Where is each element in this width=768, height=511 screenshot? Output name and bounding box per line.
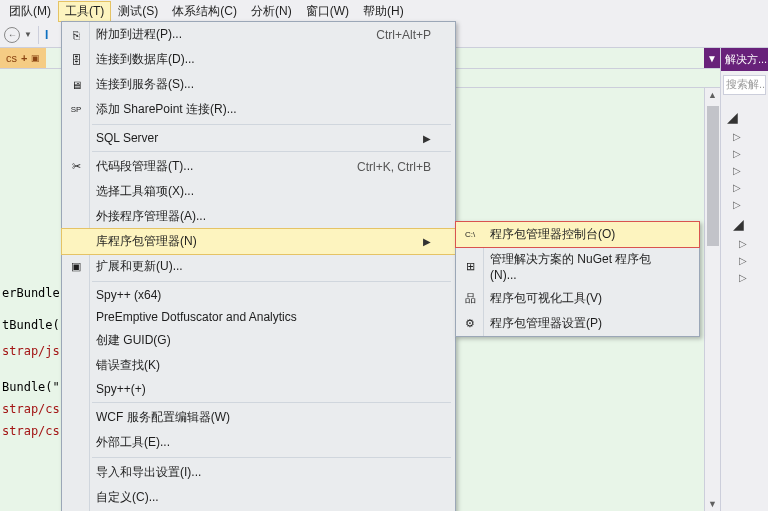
menu-item-label: 库程序包管理器(N) (96, 233, 197, 250)
tools-item-19[interactable]: WCF 服务配置编辑器(W) (62, 405, 455, 430)
menu-item-label: WCF 服务配置编辑器(W) (96, 409, 230, 426)
snip-icon: ✂ (68, 159, 84, 175)
menu-separator (92, 281, 451, 282)
tools-item-7[interactable]: ✂代码段管理器(T)...Ctrl+K, Ctrl+B (62, 154, 455, 179)
tree-expand-icon[interactable]: ▷ (739, 255, 766, 266)
menu-item-label: 添加 SharePoint 连接(R)... (96, 101, 237, 118)
document-tab[interactable]: cs + ▣ (0, 48, 46, 68)
menu-item-label: 自定义(C)... (96, 489, 159, 506)
menu-separator (92, 402, 451, 403)
tools-item-1[interactable]: 🗄连接到数据库(D)... (62, 47, 455, 72)
menu-item-label: 扩展和更新(U)... (96, 258, 183, 275)
tools-item-9[interactable]: 外接程序管理器(A)... (62, 204, 455, 229)
tools-item-13[interactable]: Spy++ (x64) (62, 284, 455, 306)
submenu-arrow-icon: ▶ (423, 133, 431, 144)
menu-item-label: 创建 GUID(G) (96, 332, 171, 349)
tools-item-16[interactable]: 错误查找(K) (62, 353, 455, 378)
tree-expand-icon[interactable]: ▷ (733, 131, 766, 142)
menu-item-label: 连接到服务器(S)... (96, 76, 194, 93)
menu-item-label: 错误查找(K) (96, 357, 160, 374)
tools-item-8[interactable]: 选择工具箱项(X)... (62, 179, 455, 204)
ext-icon: ▣ (68, 259, 84, 275)
menu-help[interactable]: 帮助(H) (356, 1, 411, 22)
menu-team[interactable]: 团队(M) (2, 1, 58, 22)
code-line: erBundle( (2, 286, 67, 300)
solution-search-input[interactable]: 搜索解... (723, 75, 766, 95)
tools-item-20[interactable]: 外部工具(E)... (62, 430, 455, 455)
menu-item-label: SQL Server (96, 131, 158, 145)
menubar: 团队(M) 工具(T) 测试(S) 体系结构(C) 分析(N) 窗口(W) 帮助… (0, 0, 768, 22)
menu-item-label: 导入和导出设置(I)... (96, 464, 201, 481)
tabwell-dropdown[interactable]: ▼ (704, 48, 720, 68)
sub-item-0[interactable]: C:\程序包管理器控制台(O) (456, 222, 699, 247)
document-tab-label: cs (6, 52, 17, 64)
pin-icon[interactable]: ▣ (31, 53, 40, 63)
solution-explorer-title: 解决方... (721, 48, 768, 71)
sub-item-1[interactable]: ⊞管理解决方案的 NuGet 程序包(N)... (456, 247, 699, 286)
tools-item-5[interactable]: SQL Server▶ (62, 127, 455, 149)
tools-menu: ⎘附加到进程(P)...Ctrl+Alt+P🗄连接到数据库(D)...🖥连接到服… (61, 21, 456, 511)
tree-expand-icon[interactable]: ▷ (733, 165, 766, 176)
solution-tree[interactable]: ◢ ▷ ▷ ▷ ▷ ▷ ◢ ▷ ▷ ▷ (721, 99, 768, 293)
db-icon: 🗄 (68, 52, 84, 68)
gear-icon: ⚙ (462, 316, 478, 332)
scroll-up-icon[interactable]: ▲ (708, 90, 717, 100)
plug-icon: ⎘ (68, 27, 84, 43)
menu-item-label: 程序包可视化工具(V) (490, 290, 602, 307)
tree-expand-icon[interactable]: ▷ (733, 182, 766, 193)
sp-icon: SP (68, 102, 84, 118)
menu-separator (92, 124, 451, 125)
menu-item-label: Spy++ (x64) (96, 288, 161, 302)
sub-item-3[interactable]: ⚙程序包管理器设置(P) (456, 311, 699, 336)
menu-item-label: 外接程序管理器(A)... (96, 208, 206, 225)
submenu-arrow-icon: ▶ (423, 236, 431, 247)
nuget-submenu: C:\程序包管理器控制台(O)⊞管理解决方案的 NuGet 程序包(N)...品… (455, 221, 700, 337)
code-line: tBundle( (2, 318, 60, 332)
menu-item-label: 连接到数据库(D)... (96, 51, 195, 68)
code-line: Bundle(" (2, 380, 60, 394)
code-line: strap/js (2, 344, 60, 358)
menu-item-label: 程序包管理器控制台(O) (490, 226, 615, 243)
tree-expand-icon[interactable]: ▷ (739, 272, 766, 283)
tools-item-11[interactable]: ▣扩展和更新(U)... (62, 254, 455, 279)
editor-scrollbar[interactable]: ▲ ▼ (704, 88, 720, 511)
menu-item-label: Spy++(+) (96, 382, 146, 396)
tools-item-0[interactable]: ⎘附加到进程(P)...Ctrl+Alt+P (62, 22, 455, 47)
solution-explorer: 解决方... 搜索解... ◢ ▷ ▷ ▷ ▷ ▷ ◢ ▷ ▷ ▷ (720, 48, 768, 511)
server-icon: 🖥 (68, 77, 84, 93)
tools-item-22[interactable]: 导入和导出设置(I)... (62, 460, 455, 485)
tree-expand-icon[interactable]: ▷ (739, 238, 766, 249)
menu-item-label: 附加到进程(P)... (96, 26, 182, 43)
document-tab-modified-icon: + (21, 52, 27, 64)
tree-collapse-icon[interactable]: ◢ (727, 109, 766, 125)
code-editor[interactable]: erBundle( tBundle( strap/js Bundle(" str… (0, 78, 69, 446)
tools-item-14[interactable]: PreEmptive Dotfuscator and Analytics (62, 306, 455, 328)
menu-architecture[interactable]: 体系结构(C) (165, 1, 244, 22)
menu-tools[interactable]: 工具(T) (58, 1, 111, 22)
tools-item-3[interactable]: SP添加 SharePoint 连接(R)... (62, 97, 455, 122)
code-line: strap/cs (2, 402, 60, 416)
nav-back-icon[interactable]: ← (4, 27, 20, 43)
menu-analyze[interactable]: 分析(N) (244, 1, 299, 22)
tools-item-23[interactable]: 自定义(C)... (62, 485, 455, 510)
menu-separator (92, 457, 451, 458)
tools-item-2[interactable]: 🖥连接到服务器(S)... (62, 72, 455, 97)
menu-item-label: 选择工具箱项(X)... (96, 183, 194, 200)
tools-item-10[interactable]: 库程序包管理器(N)▶ (62, 229, 455, 254)
tree-expand-icon[interactable]: ▷ (733, 199, 766, 210)
nav-dropdown-icon[interactable]: ▼ (24, 30, 32, 39)
sub-item-2[interactable]: 品程序包可视化工具(V) (456, 286, 699, 311)
toolbar-item-icon[interactable]: I (45, 28, 48, 42)
pkg-icon: ⊞ (462, 259, 478, 275)
menu-item-label: 程序包管理器设置(P) (490, 315, 602, 332)
menu-test[interactable]: 测试(S) (111, 1, 165, 22)
tools-item-17[interactable]: Spy++(+) (62, 378, 455, 400)
viz-icon: 品 (462, 291, 478, 307)
tree-collapse-icon[interactable]: ◢ (733, 216, 766, 232)
tools-item-15[interactable]: 创建 GUID(G) (62, 328, 455, 353)
menu-window[interactable]: 窗口(W) (299, 1, 356, 22)
scroll-down-icon[interactable]: ▼ (708, 499, 717, 509)
menu-item-shortcut: Ctrl+Alt+P (376, 28, 431, 42)
cmd-icon: C:\ (462, 227, 478, 243)
tree-expand-icon[interactable]: ▷ (733, 148, 766, 159)
